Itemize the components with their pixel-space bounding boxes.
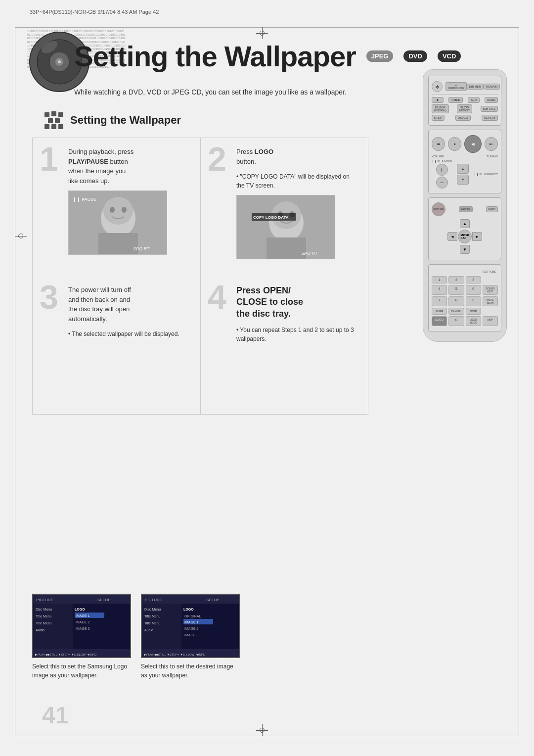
power-button[interactable]: ⏻ <box>432 81 443 92</box>
dimmer-button[interactable]: DIMMER <box>467 84 484 90</box>
crosshair-bottom-center <box>256 724 268 736</box>
replay-button[interactable]: REPLAY <box>482 115 498 121</box>
nav-left-button[interactable]: ◄ <box>447 232 457 241</box>
badge-jpeg: JPEG <box>366 50 394 62</box>
step-4-content: Press OPEN/CLOSE to closethe disc tray. … <box>236 285 358 343</box>
svg-rect-7 <box>51 111 56 116</box>
num-7[interactable]: 7 <box>432 296 447 306</box>
num-1[interactable]: 1 <box>432 276 447 284</box>
svg-text:Audio: Audio <box>144 628 153 632</box>
sub-title-button[interactable]: SUB TITLE <box>481 106 498 112</box>
svg-text:SETUP: SETUP <box>206 598 220 602</box>
stop2-button[interactable]: ■ <box>448 137 461 151</box>
svg-text:IMAGE 1: IMAGE 1 <box>76 614 90 617</box>
main-title: Setting the Wallpaper <box>74 40 356 73</box>
svg-text:COPY LOGO DATA: COPY LOGO DATA <box>253 215 289 220</box>
next-button[interactable]: ⏭ <box>485 137 498 151</box>
stop-button[interactable]: ■ <box>432 97 444 103</box>
tuning-label: TUNING <box>487 155 498 158</box>
logo-mode-btn[interactable]: LOGO MODE <box>466 316 481 326</box>
skip-btn[interactable]: SKIP <box>483 316 498 326</box>
mute-btn[interactable]: MUTE(SCH) <box>483 296 498 306</box>
svg-text:PICTURE: PICTURE <box>36 598 53 602</box>
plus-button[interactable]: + <box>436 164 448 176</box>
svg-text:IMAGE 3: IMAGE 3 <box>184 633 199 637</box>
nav-enter-button[interactable]: ENTERC.SP <box>458 230 472 243</box>
svg-text:Disc Menu: Disc Menu <box>144 608 161 611</box>
svg-text:Disc Menu: Disc Menu <box>36 608 52 611</box>
test-tone-label: TEST TONE <box>480 269 498 274</box>
remote-body: ⏻ ▲OPEN/CLOSE DIMMER REMAIN ■ TIMER SLO <box>423 69 507 342</box>
step-1-title: During playback, press PLAY/PAUSE button… <box>68 147 190 186</box>
return-button[interactable]: RETURN <box>432 202 445 216</box>
step-4-number: 4 <box>208 280 226 314</box>
svg-rect-8 <box>58 112 63 117</box>
svg-text:SPO  RT: SPO RT <box>133 246 150 251</box>
screenshot-1-caption: Select this to set the Samsung Logo imag… <box>32 662 131 680</box>
svg-text:Title Menu: Title Menu <box>36 621 52 625</box>
step-1-image: ❙❙ PAUSE SPO RT <box>68 190 167 255</box>
timer-button[interactable]: TIMER <box>448 97 463 103</box>
minus-button[interactable]: − <box>436 177 448 189</box>
pl2-effect-label: ❙❙ PL II EFFECT <box>474 172 498 176</box>
sand-button[interactable]: SAND <box>485 97 498 103</box>
svg-rect-19 <box>98 233 138 255</box>
num-5[interactable]: 5 <box>448 285 464 295</box>
num-6[interactable]: 6 <box>466 285 481 295</box>
svg-text:SETUP: SETUP <box>97 598 111 602</box>
remain-button[interactable]: REMAIN <box>484 84 500 90</box>
num-9[interactable]: 9 <box>466 296 481 306</box>
svg-text:IMAGE 3: IMAGE 3 <box>76 627 90 630</box>
step-3-box: 3 The power will turn off and then back … <box>32 276 200 415</box>
page-container: 33P~64P(DS110)-NOR-GB 9/17/04 8:43 AM Pa… <box>0 0 534 756</box>
step-3-content: The power will turn off and then back on… <box>68 285 190 324</box>
slow-button[interactable]: SLOWMOVST <box>457 104 472 113</box>
num-4[interactable]: 4 <box>432 285 447 295</box>
slo-button[interactable]: SLO <box>468 97 480 103</box>
steps-grid: 1 During playback, press PLAY/PAUSE butt… <box>32 138 368 415</box>
sound-edit-btn[interactable]: SOUND EDIT <box>483 285 498 295</box>
step-2-content: Press LOGO button. "COPY LOGO DATA" will… <box>236 147 358 259</box>
step-3-bullet: The selected wallpaper will be displayed… <box>68 330 190 338</box>
ez-view-button[interactable]: EZ VIEW(V.SCRNL) <box>432 104 449 113</box>
step-1-content: During playback, press PLAY/PAUSE button… <box>68 147 190 255</box>
tuning-down-button[interactable]: ▼ <box>457 175 469 185</box>
num-3[interactable]: 3 <box>466 276 481 284</box>
open-close-button[interactable]: ▲OPEN/CLOSE <box>445 82 467 91</box>
step-2-box: 2 Press LOGO button. "COPY LOGO DATA" wi… <box>200 138 368 276</box>
section-heading: Setting the Wallpaper <box>44 111 181 129</box>
svg-rect-13 <box>58 124 63 129</box>
screenshot-block-1: PICTURE SETUP Disc Menu Title Menu Title… <box>32 594 131 680</box>
nav-right-button[interactable]: ► <box>472 232 482 241</box>
num-8[interactable]: 8 <box>448 296 464 306</box>
svg-text:Title Menu: Title Menu <box>144 614 161 618</box>
step-button[interactable]: STEP <box>432 115 445 121</box>
prev-button[interactable]: ⏮ <box>432 137 445 151</box>
zoom-btn[interactable]: ZOOM <box>466 308 481 315</box>
section-heading-text: Setting the Wallpaper <box>70 114 181 127</box>
svg-text:ORIGINAL: ORIGINAL <box>184 614 201 618</box>
logo-btn[interactable]: LOGO <box>432 316 447 326</box>
svg-text:Title Menu: Title Menu <box>36 614 52 618</box>
info-button[interactable]: INFO <box>486 206 498 212</box>
badge-vcd: VCD <box>438 50 461 62</box>
menu-button[interactable]: MENU <box>459 206 473 212</box>
cancel-btn[interactable]: CANCEL <box>448 308 464 315</box>
svg-text:SPO  RT: SPO RT <box>301 251 318 256</box>
screenshot-block-2: PICTURE SETUP Disc Menu Title Menu Title… <box>141 594 240 680</box>
section-heading-icon <box>44 111 64 129</box>
btn-empty-top <box>432 271 444 273</box>
nav-up-button[interactable]: ▲ <box>460 219 470 228</box>
sleep-btn[interactable]: SLEEP <box>432 308 447 315</box>
step-1-number: 1 <box>40 142 58 176</box>
step-3-title: The power will turn off and then back on… <box>68 285 190 324</box>
num-0[interactable]: 0 <box>448 316 464 326</box>
subtitle-line: While watching a DVD, VCD or JPEG CD, yo… <box>74 88 347 96</box>
svg-point-16 <box>103 197 133 225</box>
play-pause-button[interactable]: ⏯ <box>464 135 481 153</box>
usveo-button[interactable]: USVEO <box>455 115 471 121</box>
nav-down-button[interactable]: ▼ <box>460 245 470 254</box>
tuning-up-button[interactable]: ▲ <box>457 164 469 174</box>
num-2[interactable]: 2 <box>448 276 464 284</box>
crosshair-left-mid <box>15 230 27 242</box>
